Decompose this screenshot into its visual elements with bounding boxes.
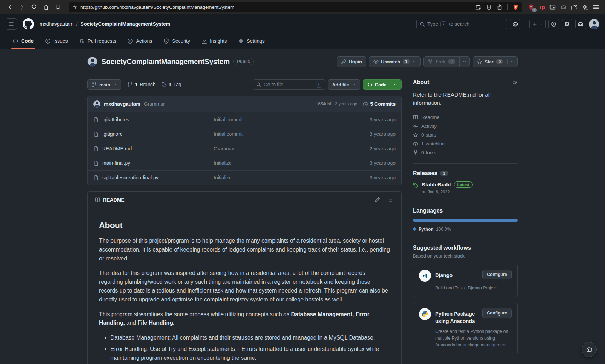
send-to-device-icon[interactable] [475, 4, 481, 10]
tags-link[interactable]: 1Tag [161, 82, 182, 87]
tp-extension-icon[interactable]: Tp [539, 4, 545, 10]
page-title[interactable]: SocietyComplaintManagementSystem [102, 58, 230, 66]
file-name-link[interactable]: sql-tablescreation-final.py [102, 175, 159, 180]
readme-outline-button[interactable] [384, 194, 396, 206]
code-download-button[interactable]: Code [363, 79, 402, 90]
latest-release[interactable]: StableBuild Latest on Jan 6, 2022 [413, 181, 518, 195]
forks-link[interactable]: 0forks [413, 148, 518, 157]
t-kbd: t [316, 82, 322, 88]
leo-ai-icon[interactable] [582, 4, 588, 10]
tab-settings[interactable]: Settings [234, 33, 269, 49]
commit-author-avatar[interactable] [93, 100, 100, 108]
unwatch-button[interactable]: Unwatch 1 [369, 56, 421, 67]
commit-message-link[interactable]: Grammar [214, 146, 346, 151]
watching-link[interactable]: 1watching [413, 139, 518, 148]
edit-about-gear-icon[interactable] [512, 80, 518, 85]
chevron-down-icon [113, 82, 117, 87]
copilot-button[interactable] [510, 19, 520, 29]
workflow-name[interactable]: Django [435, 270, 478, 282]
divider [525, 21, 525, 28]
github-header: mxdhavgautam / SocietyComplaintManagemen… [0, 14, 605, 49]
configure-django-button[interactable]: Configure [482, 270, 512, 279]
star-icon [477, 59, 482, 64]
fork-dropdown-button[interactable] [460, 56, 470, 67]
site-settings-icon[interactable] [72, 5, 77, 10]
commit-message-link[interactable]: Initialize [214, 160, 346, 166]
address-bar[interactable]: https://github.com/mxdhavgautam/SocietyC… [69, 2, 522, 12]
extensions-puzzle-icon[interactable] [571, 4, 577, 10]
pull-requests-header-button[interactable] [562, 19, 572, 29]
configure-python-button[interactable]: Configure [482, 308, 512, 318]
commit-sha-time[interactable]: 1654dbf · 2 years ago [316, 102, 357, 106]
release-name[interactable]: StableBuild [422, 181, 451, 187]
breadcrumb-owner[interactable]: mxdhavgautam [40, 21, 74, 27]
commit-author[interactable]: mxdhavgautam [104, 101, 140, 107]
tab-actions[interactable]: Actions [123, 33, 156, 49]
go-to-file-input[interactable]: Go to file t [253, 79, 325, 90]
user-avatar[interactable] [589, 19, 599, 29]
browser-bookmark-button[interactable] [53, 2, 63, 12]
brave-shields-icon[interactable] [513, 4, 519, 10]
activity-link[interactable]: Activity [413, 122, 518, 131]
url-text[interactable]: https://github.com/mxdhavgautam/SocietyC… [80, 5, 234, 10]
edit-readme-button[interactable] [371, 194, 383, 206]
workflow-name[interactable]: Python Package using Anaconda [435, 308, 478, 325]
privacy-extension-icon[interactable]: 6 [528, 4, 534, 10]
commit-message-link[interactable]: Initial commit [214, 131, 346, 137]
github-logo[interactable] [23, 18, 34, 30]
tab-insights[interactable]: Insights [197, 33, 231, 49]
language-bar[interactable] [413, 219, 518, 222]
fork-button[interactable]: Fork 0 [424, 56, 459, 67]
divider [507, 4, 508, 10]
picture-in-picture-icon[interactable] [549, 4, 556, 10]
tab-code[interactable]: Code [8, 33, 38, 49]
workflows-title: Suggested workflows [413, 245, 471, 251]
inbox-button[interactable] [575, 19, 586, 29]
stars-link[interactable]: 0stars [413, 131, 518, 139]
readme-tab[interactable]: README [91, 192, 129, 208]
tab-security[interactable]: Security [159, 33, 194, 49]
browser-reload-button[interactable] [29, 2, 39, 12]
create-new-button[interactable] [529, 19, 546, 29]
unpin-button[interactable]: Unpin [337, 56, 366, 67]
browser-forward-button[interactable] [17, 2, 27, 12]
language-legend-item[interactable]: Python 100.0% [413, 227, 518, 232]
star-dropdown-button[interactable] [507, 56, 518, 67]
branch-selector[interactable]: main [87, 79, 121, 90]
branches-link[interactable]: 1Branch [127, 82, 155, 87]
star-button[interactable]: Star 0 [473, 56, 507, 67]
releases-title[interactable]: Releases [413, 170, 437, 177]
copilot-floating-button[interactable] [582, 342, 597, 357]
commit-message-link[interactable]: Initialize [214, 175, 346, 180]
tab-issues[interactable]: Issues [41, 33, 72, 49]
workflow-description: Build and Test a Django Project [435, 285, 512, 291]
file-name-link[interactable]: .gitignore [102, 131, 123, 137]
browser-home-button[interactable] [41, 2, 51, 12]
table-row: README.md Grammar 2 years ago [88, 141, 401, 156]
tab-pull-requests[interactable]: Pull requests [75, 33, 120, 49]
breadcrumb-repo[interactable]: SocietyComplaintManagementSystem [81, 21, 171, 27]
star-count: 0 [496, 59, 503, 64]
latest-badge: Latest [454, 181, 473, 188]
global-nav-menu-button[interactable] [6, 18, 17, 30]
file-name-link[interactable]: main-final.py [102, 160, 130, 166]
breadcrumb: mxdhavgautam / SocietyComplaintManagemen… [40, 21, 170, 27]
file-name-link[interactable]: README.md [102, 146, 132, 151]
commit-message-link[interactable]: Initial commit [214, 117, 346, 122]
global-search-input[interactable]: Type / to search [416, 19, 507, 29]
file-name-link[interactable]: .gitattributes [102, 117, 129, 122]
browser-back-button[interactable] [5, 2, 15, 12]
tag-icon [161, 82, 167, 87]
browser-menu-icon[interactable] [593, 4, 599, 11]
owner-avatar[interactable] [87, 57, 97, 67]
file-table: mxdhavgautam Grammar 1654dbf · 2 years a… [87, 96, 402, 185]
commit-message[interactable]: Grammar [144, 101, 165, 107]
reader-mode-icon[interactable] [486, 4, 492, 10]
issues-header-button[interactable] [548, 19, 559, 29]
add-file-button[interactable]: Add file [328, 79, 360, 90]
readme-link[interactable]: Readme [413, 113, 518, 122]
bot-extension-icon[interactable] [560, 4, 567, 10]
commit-history-link[interactable]: 5 Commits [363, 101, 396, 107]
extension-badge: 6 [532, 8, 537, 12]
share-icon[interactable] [497, 4, 502, 10]
